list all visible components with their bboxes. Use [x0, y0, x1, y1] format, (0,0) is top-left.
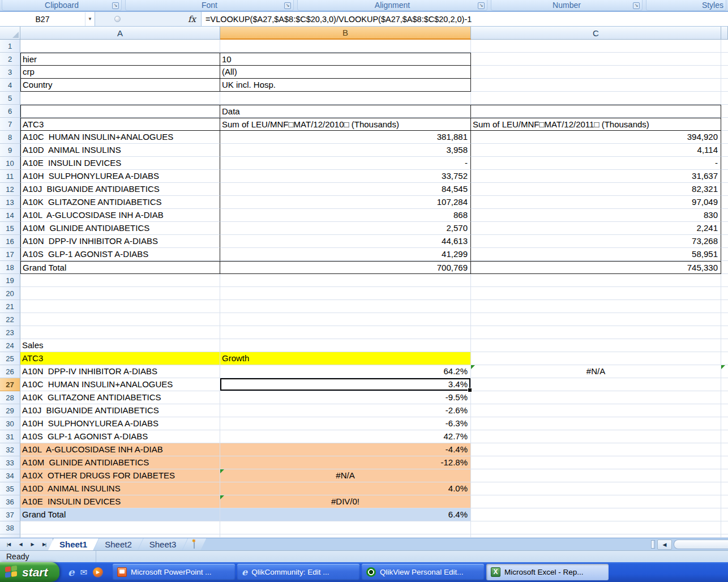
cell-A1[interactable]: [20, 40, 220, 53]
cell-B7[interactable]: Sum of LEU/MNF□MAT/12/2010□ (Thousands): [220, 118, 471, 131]
row-header-10[interactable]: 10: [0, 157, 20, 170]
insert-function-fx-icon[interactable]: fx: [188, 14, 196, 24]
cell-D27[interactable]: [721, 378, 728, 391]
cell-B1[interactable]: [220, 40, 471, 53]
cell-C28[interactable]: [471, 391, 721, 404]
row-header-32[interactable]: 32: [0, 443, 20, 456]
row-header-36[interactable]: 36: [0, 495, 20, 508]
cell-A26[interactable]: A10N DPP-IV INHIBITOR A-DIABS: [20, 365, 220, 378]
cell-C10[interactable]: -: [471, 157, 721, 170]
cell-B30[interactable]: -6.3%: [220, 417, 471, 430]
first-sheet-icon[interactable]: [3, 540, 14, 549]
row-header-35[interactable]: 35: [0, 482, 20, 495]
cell-A19[interactable]: [20, 274, 220, 287]
cell-D1[interactable]: [721, 40, 728, 53]
cell-A29[interactable]: A10J BIGUANIDE ANTIDIABETICS: [20, 404, 220, 417]
cell-D13[interactable]: [721, 196, 728, 209]
cell-A36[interactable]: A10E INSULIN DEVICES: [20, 495, 220, 508]
dialog-launcher-icon[interactable]: ↘: [112, 2, 119, 9]
cell-C11[interactable]: 31,637: [471, 170, 721, 183]
cell-A5[interactable]: [20, 92, 220, 105]
row-header-3[interactable]: 3: [0, 66, 20, 79]
cell-D38[interactable]: [721, 521, 728, 534]
cell-B24[interactable]: [220, 339, 471, 352]
cell-C2[interactable]: [471, 53, 721, 66]
cell-C6[interactable]: [471, 105, 721, 118]
cell-C37[interactable]: [471, 508, 721, 521]
cell-A33[interactable]: A10M GLINIDE ANTIDIABETICS: [20, 456, 220, 469]
cell-C18[interactable]: 745,330: [471, 261, 721, 274]
cell-B14[interactable]: 868: [220, 209, 471, 222]
formula-input[interactable]: =VLOOKUP($A27,$A$8:$C$20,3,0)/VLOOKUP($A…: [202, 12, 728, 26]
cell-A21[interactable]: [20, 300, 220, 313]
row-header-33[interactable]: 33: [0, 456, 20, 469]
cell-D7[interactable]: [721, 118, 728, 131]
row-header-16[interactable]: 16: [0, 235, 20, 248]
row-header-29[interactable]: 29: [0, 404, 20, 417]
cell-C29[interactable]: [471, 404, 721, 417]
cell-B31[interactable]: 42.7%: [220, 430, 471, 443]
row-header-9[interactable]: 9: [0, 144, 20, 157]
cell-A17[interactable]: A10S GLP-1 AGONIST A-DIABS: [20, 248, 220, 261]
cell-D30[interactable]: [721, 417, 728, 430]
cell-A25[interactable]: ATC3: [20, 352, 220, 365]
cell-D17[interactable]: [721, 248, 728, 261]
cell-D39[interactable]: [721, 534, 728, 538]
cell-D23[interactable]: [721, 326, 728, 339]
cell-D33[interactable]: [721, 456, 728, 469]
cell-D28[interactable]: [721, 391, 728, 404]
cell-A2[interactable]: hier: [20, 53, 220, 66]
cell-C22[interactable]: [471, 313, 721, 326]
cell-B39[interactable]: [220, 534, 471, 538]
cell-D12[interactable]: [721, 183, 728, 196]
row-header-25[interactable]: 25: [0, 352, 20, 365]
cell-A14[interactable]: A10L A-GLUCOSIDASE INH A-DIAB: [20, 209, 220, 222]
tab-sheet2[interactable]: Sheet2: [93, 538, 143, 550]
cell-C3[interactable]: [471, 66, 721, 79]
cell-B38[interactable]: [220, 521, 471, 534]
cell-B12[interactable]: 84,545: [220, 183, 471, 196]
cell-B36[interactable]: #DIV/0!: [220, 495, 471, 508]
cell-C35[interactable]: [471, 482, 721, 495]
next-sheet-icon[interactable]: [27, 540, 37, 549]
cell-D37[interactable]: [721, 508, 728, 521]
cell-B18[interactable]: 700,769: [220, 261, 471, 274]
taskbar-button-powerpoint[interactable]: Microsoft PowerPoint ...: [113, 564, 235, 580]
cell-A10[interactable]: A10E INSULIN DEVICES: [20, 157, 220, 170]
cell-D3[interactable]: [721, 66, 728, 79]
cell-B25[interactable]: Growth: [220, 352, 471, 365]
cell-C8[interactable]: 394,920: [471, 131, 721, 144]
cell-A15[interactable]: A10M GLINIDE ANTIDIABETICS: [20, 222, 220, 235]
row-header-2[interactable]: 2: [0, 53, 20, 66]
row-header-4[interactable]: 4: [0, 79, 20, 92]
row-header-37[interactable]: 37: [0, 508, 20, 521]
cell-C26[interactable]: #N/A: [471, 365, 721, 378]
cell-A20[interactable]: [20, 287, 220, 300]
cell-B4[interactable]: UK incl. Hosp.: [220, 79, 471, 92]
cell-B5[interactable]: [220, 92, 471, 105]
scroll-left-icon[interactable]: [657, 540, 672, 550]
row-header-6[interactable]: 6: [0, 105, 20, 118]
row-header-27[interactable]: 27: [0, 378, 20, 391]
row-header-38[interactable]: 38: [0, 521, 20, 534]
internet-explorer-icon[interactable]: e: [68, 566, 74, 578]
cell-D5[interactable]: [721, 92, 728, 105]
cell-C33[interactable]: [471, 456, 721, 469]
tab-split-handle[interactable]: [651, 540, 655, 549]
cell-C20[interactable]: [471, 287, 721, 300]
cell-B11[interactable]: 33,752: [220, 170, 471, 183]
cell-C32[interactable]: [471, 443, 721, 456]
cell-A7[interactable]: ATC3: [20, 118, 220, 131]
cell-C34[interactable]: [471, 469, 721, 482]
row-header-26[interactable]: 26: [0, 365, 20, 378]
cell-B23[interactable]: [220, 326, 471, 339]
cell-B13[interactable]: 107,284: [220, 196, 471, 209]
row-header-17[interactable]: 17: [0, 248, 20, 261]
cell-A32[interactable]: A10L A-GLUCOSIDASE INH A-DIAB: [20, 443, 220, 456]
cell-D20[interactable]: [721, 287, 728, 300]
cell-D11[interactable]: [721, 170, 728, 183]
cell-A30[interactable]: A10H SULPHONYLUREA A-DIABS: [20, 417, 220, 430]
cell-D34[interactable]: [721, 469, 728, 482]
cell-B33[interactable]: -12.8%: [220, 456, 471, 469]
row-header-24[interactable]: 24: [0, 339, 20, 352]
